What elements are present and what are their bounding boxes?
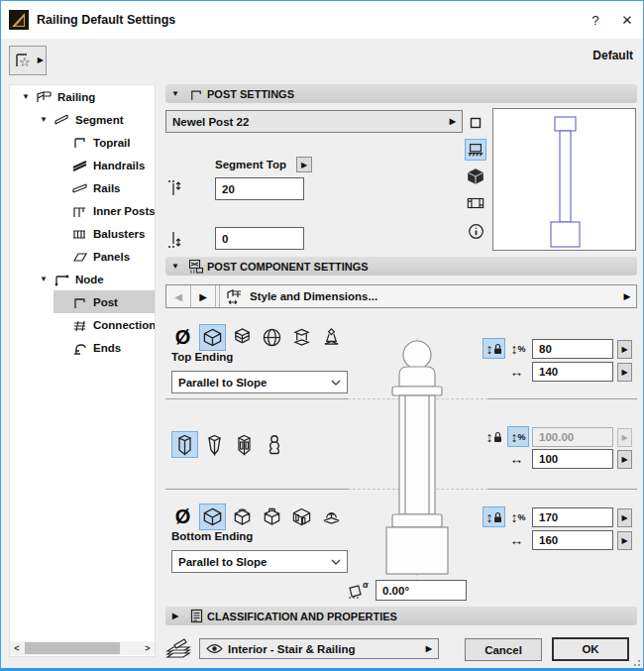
style-and-dimensions-button[interactable]: Style and Dimensions... [219, 285, 618, 307]
tree-item-segment[interactable]: ▼ Segment [10, 108, 155, 131]
view-elevation-button[interactable] [465, 139, 486, 161]
bottom-ending-tenon-button[interactable] [259, 503, 285, 530]
post-settings-title: POST SETTINGS [207, 88, 294, 100]
segment-top-flyout-button[interactable]: ▶ [296, 157, 312, 172]
post-body-ornate-button[interactable] [231, 431, 258, 458]
top-offset-field[interactable]: 20 [215, 177, 304, 200]
bottom-ending-capped-button[interactable] [229, 503, 256, 530]
view-plan-button[interactable] [465, 112, 486, 134]
window-title: Railing Default Settings [37, 13, 175, 27]
expander-icon[interactable]: ▼ [36, 275, 52, 283]
post-component-settings-header[interactable]: ▼ POST COMPONENT SETTINGS [165, 257, 637, 276]
lock-icon [493, 431, 502, 443]
top-ending-finial-button[interactable] [318, 324, 345, 351]
collapse-triangle-icon[interactable]: ▼ [165, 262, 185, 271]
top-ending-value: Parallel to Slope [178, 377, 331, 389]
nav-forward-button[interactable]: ▶ [191, 285, 216, 307]
ok-button[interactable]: OK [552, 637, 629, 661]
top-ending-layered-button[interactable] [229, 324, 256, 351]
newel-post-picker[interactable]: Newel Post 22 ▶ [165, 110, 463, 133]
bottom-ending-none-button[interactable]: Ø [169, 503, 196, 530]
rotation-angle-field[interactable]: 0.00° [376, 580, 467, 601]
favorites-button[interactable]: ☆ ▶ [9, 46, 47, 75]
post-preview-drawing [493, 109, 635, 250]
tree-item-ends[interactable]: Ends [10, 336, 155, 359]
bottom-ending-width-field[interactable]: 160 [532, 530, 613, 550]
bottom-ending-ornate-button[interactable] [288, 503, 315, 530]
percent-height-toggle[interactable]: ↕ % [507, 506, 529, 527]
rails-icon [69, 181, 89, 195]
tree-item-toprail[interactable]: Toprail [10, 131, 155, 154]
layer-picker[interactable]: Interior - Stair & Railing ▶ [199, 638, 439, 659]
top-ending-combo[interactable]: Parallel to Slope [171, 371, 348, 393]
top-height-flyout-button[interactable]: ▶ [617, 340, 632, 359]
none-icon: Ø [175, 326, 191, 349]
top-ending-cube-button[interactable] [199, 324, 226, 351]
tree-item-railing[interactable]: ▼ Railing [10, 85, 155, 108]
bottom-ending-height-field[interactable]: 170 [532, 507, 613, 527]
bottom-height-flyout-button[interactable]: ▶ [617, 508, 632, 527]
expander-icon[interactable]: ▼ [18, 92, 34, 101]
collapse-triangle-icon[interactable]: ▼ [165, 89, 185, 98]
close-button[interactable]: ✕ [611, 1, 643, 39]
fixed-height-lock-toggle[interactable]: ↕ [483, 426, 505, 447]
tree-item-handrails[interactable]: Handrails [10, 154, 155, 176]
cancel-button[interactable]: Cancel [465, 638, 542, 661]
expander-icon[interactable]: ▼ [36, 115, 52, 124]
tree-item-label: Inner Posts [89, 205, 155, 217]
nav-back-button[interactable]: ◀ [166, 285, 191, 307]
tree-item-inner-posts[interactable]: Inner Posts [10, 199, 155, 222]
tapered-cube-icon [205, 434, 224, 456]
tree-item-label: Toprail [89, 137, 130, 149]
bottom-ending-base-button[interactable] [318, 503, 345, 530]
tree-item-post[interactable]: Post [10, 290, 155, 313]
dome-base-icon [321, 506, 342, 527]
top-width-flyout-button[interactable]: ▶ [617, 363, 632, 382]
percent-height-toggle[interactable]: ↕ % [507, 426, 529, 447]
fixed-height-lock-toggle[interactable]: ↕ [483, 506, 505, 527]
body-width-field[interactable]: 100 [532, 449, 613, 469]
view-section-button[interactable] [465, 192, 486, 214]
tree-item-node[interactable]: ▼ Node [10, 268, 155, 290]
bottom-offset-icon [167, 227, 189, 251]
nav-menu-flyout-icon[interactable]: ▶ [618, 291, 636, 301]
top-ending-width-field[interactable]: 140 [532, 362, 613, 382]
capped-cube-icon [232, 506, 253, 527]
post-body-tapered-button[interactable] [201, 431, 228, 458]
tree-item-connections[interactable]: Connections [10, 313, 155, 336]
top-ending-sphere-button[interactable] [259, 324, 285, 351]
post-body-prism-button[interactable] [171, 431, 198, 458]
scroll-left-icon[interactable]: < [10, 643, 24, 653]
post-body-turned-button[interactable] [261, 431, 287, 458]
tree-item-rails[interactable]: Rails [10, 176, 155, 199]
view-3d-button[interactable] [465, 166, 486, 187]
resize-grip[interactable] [632, 658, 640, 666]
top-ending-none-button[interactable]: Ø [169, 324, 196, 351]
help-button[interactable]: ? [580, 1, 611, 39]
structure-tree: ▼ Railing ▼ Segment Toprail Hand [9, 84, 156, 657]
percent-icon: % [517, 512, 525, 522]
tree-item-panels[interactable]: Panels [10, 245, 155, 268]
rotation-angle-icon: α [348, 579, 374, 601]
bottom-ending-cube-button[interactable] [199, 503, 226, 530]
scroll-right-icon[interactable]: > [141, 643, 155, 653]
bottom-width-flyout-button[interactable]: ▶ [617, 531, 632, 550]
bottom-offset-field[interactable]: 0 [215, 227, 304, 250]
tree-item-balusters[interactable]: Balusters [10, 222, 155, 245]
tree-horizontal-scrollbar[interactable]: < > [10, 641, 155, 655]
tree-item-label: Balusters [89, 228, 145, 240]
collapse-triangle-icon[interactable]: ▶ [165, 612, 185, 620]
post-component-settings-title: POST COMPONENT SETTINGS [207, 261, 369, 273]
percent-height-toggle[interactable]: ↕ % [507, 338, 529, 359]
post-settings-header[interactable]: ▼ POST SETTINGS [165, 84, 637, 103]
info-button[interactable] [465, 220, 486, 242]
scrollbar-thumb[interactable] [25, 642, 120, 654]
fixed-height-lock-toggle[interactable]: ↕ [483, 338, 505, 359]
body-width-flyout-button[interactable]: ▶ [617, 450, 632, 469]
top-ending-pedestal-button[interactable] [288, 324, 315, 351]
bottom-ending-combo[interactable]: Parallel to Slope [171, 550, 348, 573]
inner-posts-icon [69, 204, 89, 218]
lock-icon [493, 511, 502, 523]
top-ending-height-field[interactable]: 80 [532, 339, 613, 359]
classification-header[interactable]: ▶ CLASSIFICATION AND PROPERTIES [165, 607, 637, 625]
